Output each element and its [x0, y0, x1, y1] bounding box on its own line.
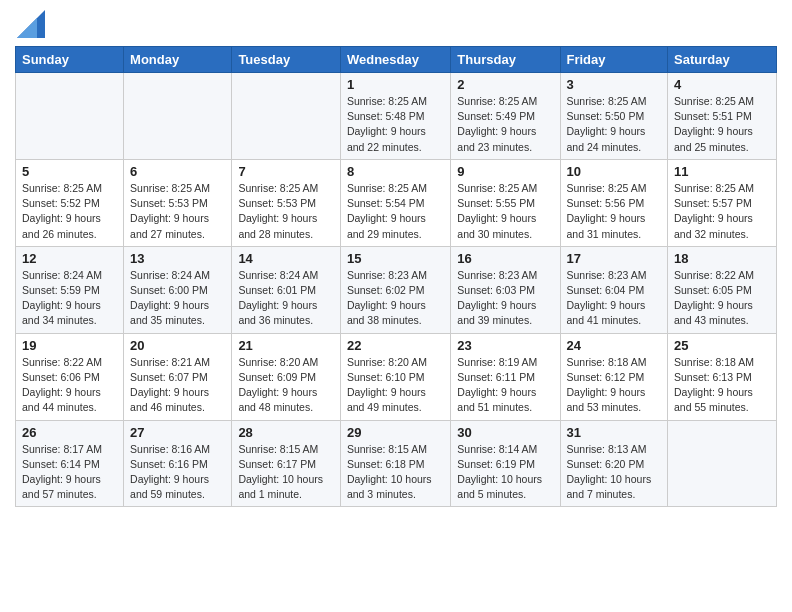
calendar-cell: 23Sunrise: 8:19 AMSunset: 6:11 PMDayligh… [451, 333, 560, 420]
calendar-week-row: 5Sunrise: 8:25 AMSunset: 5:52 PMDaylight… [16, 159, 777, 246]
calendar-cell [232, 73, 341, 160]
calendar-week-row: 1Sunrise: 8:25 AMSunset: 5:48 PMDaylight… [16, 73, 777, 160]
day-info: Sunrise: 8:24 AMSunset: 6:01 PMDaylight:… [238, 268, 334, 329]
calendar-cell: 5Sunrise: 8:25 AMSunset: 5:52 PMDaylight… [16, 159, 124, 246]
day-number: 31 [567, 425, 662, 440]
day-info: Sunrise: 8:20 AMSunset: 6:10 PMDaylight:… [347, 355, 444, 416]
day-info: Sunrise: 8:25 AMSunset: 5:53 PMDaylight:… [130, 181, 225, 242]
day-info: Sunrise: 8:25 AMSunset: 5:49 PMDaylight:… [457, 94, 553, 155]
calendar-cell: 26Sunrise: 8:17 AMSunset: 6:14 PMDayligh… [16, 420, 124, 507]
day-number: 24 [567, 338, 662, 353]
day-number: 28 [238, 425, 334, 440]
calendar-table: SundayMondayTuesdayWednesdayThursdayFrid… [15, 46, 777, 507]
day-info: Sunrise: 8:25 AMSunset: 5:55 PMDaylight:… [457, 181, 553, 242]
day-number: 26 [22, 425, 117, 440]
day-number: 25 [674, 338, 770, 353]
day-number: 11 [674, 164, 770, 179]
day-number: 16 [457, 251, 553, 266]
day-info: Sunrise: 8:15 AMSunset: 6:18 PMDaylight:… [347, 442, 444, 503]
calendar-cell: 18Sunrise: 8:22 AMSunset: 6:05 PMDayligh… [668, 246, 777, 333]
day-number: 3 [567, 77, 662, 92]
weekday-header: Wednesday [340, 47, 450, 73]
day-info: Sunrise: 8:25 AMSunset: 5:51 PMDaylight:… [674, 94, 770, 155]
calendar-cell: 25Sunrise: 8:18 AMSunset: 6:13 PMDayligh… [668, 333, 777, 420]
day-number: 6 [130, 164, 225, 179]
day-number: 8 [347, 164, 444, 179]
weekday-header: Tuesday [232, 47, 341, 73]
day-info: Sunrise: 8:20 AMSunset: 6:09 PMDaylight:… [238, 355, 334, 416]
day-info: Sunrise: 8:22 AMSunset: 6:06 PMDaylight:… [22, 355, 117, 416]
weekday-header: Thursday [451, 47, 560, 73]
calendar-cell: 27Sunrise: 8:16 AMSunset: 6:16 PMDayligh… [124, 420, 232, 507]
calendar-cell: 3Sunrise: 8:25 AMSunset: 5:50 PMDaylight… [560, 73, 668, 160]
svg-marker-1 [17, 18, 37, 38]
weekday-header: Sunday [16, 47, 124, 73]
calendar-cell: 14Sunrise: 8:24 AMSunset: 6:01 PMDayligh… [232, 246, 341, 333]
day-number: 15 [347, 251, 444, 266]
calendar-cell: 19Sunrise: 8:22 AMSunset: 6:06 PMDayligh… [16, 333, 124, 420]
calendar-cell [124, 73, 232, 160]
day-number: 13 [130, 251, 225, 266]
day-info: Sunrise: 8:25 AMSunset: 5:52 PMDaylight:… [22, 181, 117, 242]
calendar-cell: 10Sunrise: 8:25 AMSunset: 5:56 PMDayligh… [560, 159, 668, 246]
calendar-cell: 17Sunrise: 8:23 AMSunset: 6:04 PMDayligh… [560, 246, 668, 333]
day-number: 17 [567, 251, 662, 266]
day-number: 30 [457, 425, 553, 440]
day-info: Sunrise: 8:17 AMSunset: 6:14 PMDaylight:… [22, 442, 117, 503]
calendar-cell: 12Sunrise: 8:24 AMSunset: 5:59 PMDayligh… [16, 246, 124, 333]
day-info: Sunrise: 8:15 AMSunset: 6:17 PMDaylight:… [238, 442, 334, 503]
day-info: Sunrise: 8:23 AMSunset: 6:03 PMDaylight:… [457, 268, 553, 329]
day-number: 12 [22, 251, 117, 266]
calendar-cell: 11Sunrise: 8:25 AMSunset: 5:57 PMDayligh… [668, 159, 777, 246]
calendar-cell: 1Sunrise: 8:25 AMSunset: 5:48 PMDaylight… [340, 73, 450, 160]
calendar-cell: 6Sunrise: 8:25 AMSunset: 5:53 PMDaylight… [124, 159, 232, 246]
weekday-header-row: SundayMondayTuesdayWednesdayThursdayFrid… [16, 47, 777, 73]
day-number: 1 [347, 77, 444, 92]
day-number: 5 [22, 164, 117, 179]
day-info: Sunrise: 8:24 AMSunset: 5:59 PMDaylight:… [22, 268, 117, 329]
day-info: Sunrise: 8:14 AMSunset: 6:19 PMDaylight:… [457, 442, 553, 503]
weekday-header: Saturday [668, 47, 777, 73]
day-info: Sunrise: 8:23 AMSunset: 6:02 PMDaylight:… [347, 268, 444, 329]
day-info: Sunrise: 8:23 AMSunset: 6:04 PMDaylight:… [567, 268, 662, 329]
day-number: 23 [457, 338, 553, 353]
day-info: Sunrise: 8:16 AMSunset: 6:16 PMDaylight:… [130, 442, 225, 503]
weekday-header: Friday [560, 47, 668, 73]
day-info: Sunrise: 8:25 AMSunset: 5:50 PMDaylight:… [567, 94, 662, 155]
day-number: 27 [130, 425, 225, 440]
day-info: Sunrise: 8:18 AMSunset: 6:13 PMDaylight:… [674, 355, 770, 416]
day-number: 22 [347, 338, 444, 353]
calendar-cell: 24Sunrise: 8:18 AMSunset: 6:12 PMDayligh… [560, 333, 668, 420]
calendar-cell: 22Sunrise: 8:20 AMSunset: 6:10 PMDayligh… [340, 333, 450, 420]
calendar-cell: 2Sunrise: 8:25 AMSunset: 5:49 PMDaylight… [451, 73, 560, 160]
calendar-cell: 15Sunrise: 8:23 AMSunset: 6:02 PMDayligh… [340, 246, 450, 333]
calendar-cell [16, 73, 124, 160]
day-info: Sunrise: 8:24 AMSunset: 6:00 PMDaylight:… [130, 268, 225, 329]
day-info: Sunrise: 8:18 AMSunset: 6:12 PMDaylight:… [567, 355, 662, 416]
calendar-cell: 28Sunrise: 8:15 AMSunset: 6:17 PMDayligh… [232, 420, 341, 507]
day-number: 18 [674, 251, 770, 266]
day-info: Sunrise: 8:21 AMSunset: 6:07 PMDaylight:… [130, 355, 225, 416]
logo-icon [17, 10, 45, 38]
calendar-cell: 4Sunrise: 8:25 AMSunset: 5:51 PMDaylight… [668, 73, 777, 160]
calendar-cell: 7Sunrise: 8:25 AMSunset: 5:53 PMDaylight… [232, 159, 341, 246]
day-info: Sunrise: 8:25 AMSunset: 5:48 PMDaylight:… [347, 94, 444, 155]
calendar-cell: 21Sunrise: 8:20 AMSunset: 6:09 PMDayligh… [232, 333, 341, 420]
day-number: 4 [674, 77, 770, 92]
day-info: Sunrise: 8:25 AMSunset: 5:53 PMDaylight:… [238, 181, 334, 242]
day-info: Sunrise: 8:25 AMSunset: 5:56 PMDaylight:… [567, 181, 662, 242]
calendar-week-row: 26Sunrise: 8:17 AMSunset: 6:14 PMDayligh… [16, 420, 777, 507]
calendar-cell: 8Sunrise: 8:25 AMSunset: 5:54 PMDaylight… [340, 159, 450, 246]
calendar-cell: 16Sunrise: 8:23 AMSunset: 6:03 PMDayligh… [451, 246, 560, 333]
calendar-cell: 30Sunrise: 8:14 AMSunset: 6:19 PMDayligh… [451, 420, 560, 507]
page: SundayMondayTuesdayWednesdayThursdayFrid… [0, 0, 792, 612]
calendar-cell: 29Sunrise: 8:15 AMSunset: 6:18 PMDayligh… [340, 420, 450, 507]
day-number: 29 [347, 425, 444, 440]
calendar-cell: 13Sunrise: 8:24 AMSunset: 6:00 PMDayligh… [124, 246, 232, 333]
calendar-week-row: 12Sunrise: 8:24 AMSunset: 5:59 PMDayligh… [16, 246, 777, 333]
day-info: Sunrise: 8:13 AMSunset: 6:20 PMDaylight:… [567, 442, 662, 503]
day-number: 21 [238, 338, 334, 353]
day-number: 19 [22, 338, 117, 353]
day-info: Sunrise: 8:19 AMSunset: 6:11 PMDaylight:… [457, 355, 553, 416]
calendar-week-row: 19Sunrise: 8:22 AMSunset: 6:06 PMDayligh… [16, 333, 777, 420]
